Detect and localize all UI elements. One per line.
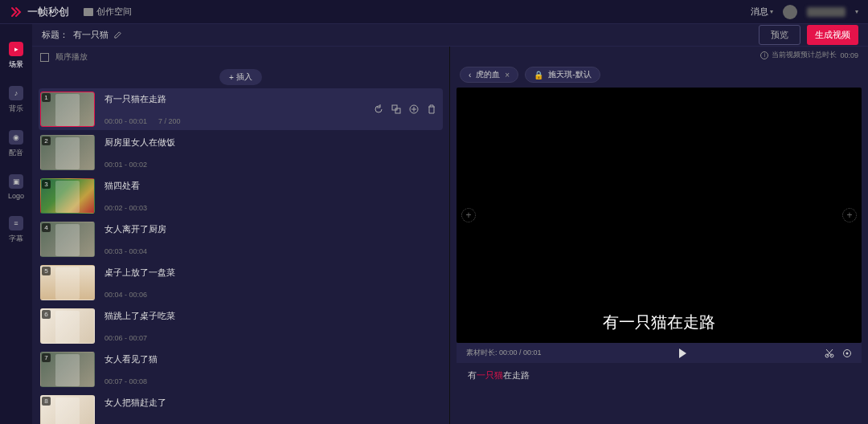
scene-meta: 00:02 - 00:03 — [104, 204, 364, 212]
workspace-icon — [84, 8, 93, 16]
title-bar: 标题：有一只猫 预览 生成视频 — [32, 24, 868, 47]
scene-thumbnail[interactable]: 4 — [40, 222, 95, 257]
plus-icon: + — [229, 73, 234, 82]
next-scene-button[interactable]: + — [842, 208, 857, 222]
edit-title-icon[interactable] — [113, 31, 122, 39]
svg-rect-0 — [392, 105, 397, 110]
scene-meta: 00:03 - 00:04 — [104, 247, 364, 255]
scene-meta: 00:04 - 00:06 — [104, 291, 364, 299]
side-nav: ▸ 场景 ♪ 背乐 ◉ 配音 ▣ Logo ≡ 字幕 — [0, 24, 32, 424]
scene-index: 3 — [42, 180, 51, 189]
replace-icon[interactable] — [391, 104, 401, 114]
scene-thumbnail[interactable]: 2 — [40, 135, 95, 170]
scene-row[interactable]: 4 女人离开了厨房 00:03 - 00:04 — [39, 218, 443, 260]
scene-title: 猫跳上了桌子吃菜 — [104, 310, 364, 322]
scene-row[interactable]: 1 有一只猫在走路 00:00 - 00:017 / 200 — [39, 88, 443, 130]
nav-scene[interactable]: ▸ 场景 — [9, 42, 23, 70]
user-chevron-down-icon[interactable]: ▾ — [855, 8, 858, 15]
scene-meta: 00:00 - 00:017 / 200 — [104, 117, 364, 125]
brand[interactable]: 一帧秒创 — [10, 5, 69, 19]
scene-meta: 00:06 - 00:07 — [104, 334, 364, 342]
username[interactable] — [807, 7, 845, 17]
messages-link[interactable]: 消息 ▾ — [751, 6, 773, 18]
scene-thumbnail[interactable]: 5 — [40, 265, 95, 300]
scene-row[interactable]: 8 女人把猫赶走了 — [39, 392, 443, 424]
workspace-button[interactable]: 创作空间 — [84, 6, 132, 18]
video-preview[interactable]: + + 有一只猫在走路 — [457, 88, 862, 343]
cut-button[interactable] — [825, 349, 834, 358]
scene-list[interactable]: 1 有一只猫在走路 00:00 - 00:017 / 200 2 厨房里女人在做… — [32, 88, 449, 424]
total-duration: i 当前视频预计总时长 00:09 — [450, 47, 868, 63]
avatar[interactable] — [783, 5, 797, 19]
scene-index: 1 — [42, 93, 51, 102]
scene-icon: ▸ — [9, 42, 23, 56]
clip-duration: 素材时长: 00:00 / 00:01 — [466, 348, 542, 358]
refresh-icon[interactable] — [374, 104, 383, 114]
scene-index: 4 — [42, 223, 51, 232]
scene-thumbnail[interactable]: 1 — [40, 92, 95, 127]
scene-thumbnail[interactable]: 8 — [40, 395, 95, 424]
scene-title: 女人把猫赶走了 — [104, 397, 364, 409]
scene-thumbnail[interactable]: 7 — [40, 352, 95, 387]
scene-index: 8 — [42, 397, 51, 406]
scene-toolbar: 顺序播放 — [32, 47, 449, 67]
music-icon: ♪ — [9, 86, 23, 100]
scene-panel: 顺序播放 + 插入 1 有一只猫在走路 00:00 - 00:017 / 200 — [32, 47, 450, 424]
chevron-down-icon: ▾ — [770, 8, 773, 15]
scene-title: 猫四处看 — [104, 180, 364, 192]
chevron-left-icon: ‹ — [469, 71, 471, 80]
brand-icon — [10, 6, 23, 18]
generate-button[interactable]: 生成视频 — [807, 25, 858, 45]
preview-panel: i 当前视频预计总时长 00:09 ‹虎的血×🔒施天琪-默认 + + 有一只猫在… — [450, 47, 868, 424]
scene-title: 女人看见了猫 — [104, 353, 364, 365]
nav-logo[interactable]: ▣ Logo — [8, 174, 24, 200]
scene-index: 6 — [42, 310, 51, 319]
select-all-checkbox[interactable] — [40, 53, 49, 62]
insert-button[interactable]: + 插入 — [219, 69, 262, 85]
info-icon: i — [760, 51, 768, 59]
scene-thumbnail[interactable]: 6 — [40, 308, 95, 344]
scene-thumbnail[interactable]: 3 — [40, 178, 95, 214]
scene-title: 有一只猫在走路 — [104, 93, 364, 105]
lock-icon: 🔒 — [534, 71, 543, 80]
scene-title: 女人离开了厨房 — [104, 223, 364, 235]
scene-index: 5 — [42, 267, 51, 275]
brand-name: 一帧秒创 — [27, 5, 69, 19]
scene-meta: 00:01 - 00:02 — [104, 161, 364, 169]
scene-meta: 00:07 - 00:08 — [104, 377, 364, 385]
voice-icon: ◉ — [9, 130, 23, 145]
add-icon[interactable] — [409, 104, 419, 114]
scene-title: 厨房里女人在做饭 — [104, 137, 364, 149]
scene-index: 7 — [42, 353, 51, 362]
player-bar: 素材时长: 00:00 / 00:01 — [457, 343, 862, 363]
scene-row[interactable]: 7 女人看见了猫 00:07 - 00:08 — [39, 349, 443, 390]
scene-title: 桌子上放了一盘菜 — [104, 267, 364, 279]
play-icon — [679, 349, 686, 358]
play-button[interactable] — [679, 349, 686, 358]
scene-actions — [374, 92, 441, 127]
prev-scene-button[interactable]: + — [461, 208, 476, 222]
scene-row[interactable]: 2 厨房里女人在做饭 00:01 - 00:02 — [39, 132, 443, 173]
svg-rect-1 — [395, 108, 400, 113]
top-bar: 一帧秒创 创作空间 消息 ▾ ▾ — [0, 0, 868, 24]
nav-music[interactable]: ♪ 背乐 — [9, 86, 23, 114]
logo-icon: ▣ — [9, 174, 23, 189]
close-icon[interactable]: × — [505, 71, 510, 80]
nav-subtitle[interactable]: ≡ 字幕 — [9, 216, 23, 244]
scene-index: 2 — [42, 137, 51, 145]
delete-icon[interactable] — [427, 104, 436, 114]
sequential-play-label: 顺序播放 — [55, 51, 88, 63]
scene-row[interactable]: 6 猫跳上了桌子吃菜 00:06 - 00:07 — [39, 305, 443, 347]
scene-row[interactable]: 5 桌子上放了一盘菜 00:04 - 00:06 — [39, 262, 443, 304]
svg-point-27 — [846, 352, 849, 354]
tag-chip[interactable]: 🔒施天琪-默认 — [525, 67, 600, 83]
caption-overlay: 有一只猫在走路 — [603, 312, 715, 333]
caption-editor[interactable]: 有一只猫在走路 — [457, 363, 862, 388]
nav-voice[interactable]: ◉ 配音 — [9, 130, 23, 158]
workspace-label: 创作空间 — [96, 6, 132, 18]
tag-chip[interactable]: ‹虎的血× — [460, 67, 518, 83]
preview-button[interactable]: 预览 — [759, 25, 800, 45]
scene-row[interactable]: 3 猫四处看 00:02 - 00:03 — [39, 175, 443, 217]
subtitle-icon: ≡ — [9, 216, 23, 230]
settings-button[interactable] — [842, 349, 852, 358]
